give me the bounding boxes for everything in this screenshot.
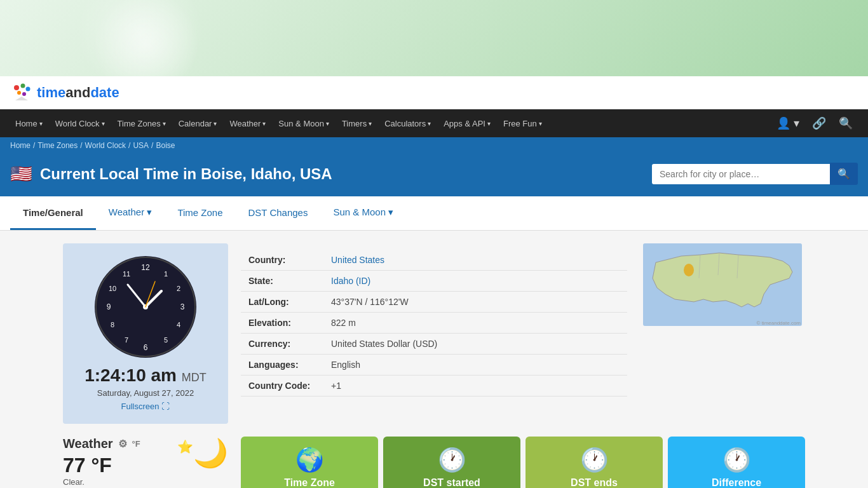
info-label: Elevation: — [241, 313, 323, 334]
fullscreen-link[interactable]: Fullscreen ⛶ — [121, 402, 170, 411]
page-title-area: 🇺🇸 Current Local Time in Boise, Idaho, U… — [10, 163, 332, 184]
usa-map: © timeanddate.com — [643, 243, 802, 326]
gear-icon[interactable]: ⚙ — [118, 438, 127, 450]
info-value: +1 — [323, 376, 627, 396]
clock-face: 12 3 6 9 1 2 4 5 7 8 10 11 — [95, 256, 196, 358]
tab-timezone[interactable]: Time Zone — [165, 196, 235, 230]
site-logo[interactable]: timeanddate — [10, 83, 119, 103]
info-label: Country: — [241, 250, 323, 271]
cards-row: 🌍 Time Zone MDT (Mountain Daylight Time)… — [241, 437, 805, 488]
svg-text:2: 2 — [177, 285, 180, 292]
nav-timers[interactable]: Timers ▾ — [337, 116, 377, 131]
card-timezone[interactable]: 🌍 Time Zone MDT (Mountain Daylight Time)… — [241, 437, 378, 488]
card-difference[interactable]: 🕐 Difference 1 hour ahead of Los Angeles — [668, 437, 805, 488]
share-icon[interactable]: 🔗 — [807, 114, 831, 133]
table-row: Country Code: +1 — [241, 376, 627, 396]
svg-text:5: 5 — [164, 336, 168, 344]
chevron-down-icon: ▾ — [369, 120, 372, 127]
table-row: Currency: United States Dollar (USD) — [241, 334, 627, 355]
search-bar: 🔍 — [652, 163, 858, 185]
weather-icon: ⭐ 🌙 — [177, 437, 228, 470]
chevron-down-icon: ▾ — [262, 120, 266, 127]
search-input[interactable] — [652, 164, 830, 184]
weather-title: Weather ⚙ °F — [63, 437, 140, 451]
clock-section: 12 3 6 9 1 2 4 5 7 8 10 11 — [63, 243, 228, 424]
info-label: Languages: — [241, 355, 323, 376]
svg-point-4 — [22, 92, 26, 96]
dst-end-icon: 🕐 — [580, 447, 609, 473]
svg-text:1: 1 — [164, 270, 168, 278]
info-value: English — [323, 355, 627, 376]
weather-section: Weather ⚙ °F 77 °F Clear. 87 / 64 °F ⭐ 🌙… — [63, 437, 228, 488]
country-link[interactable]: United States — [331, 255, 384, 265]
info-section: Country: United States State: Idaho (ID)… — [241, 243, 627, 424]
info-label: Currency: — [241, 334, 323, 355]
nav-calculators[interactable]: Calculators ▾ — [379, 116, 436, 131]
tab-weather[interactable]: Weather ▾ — [96, 196, 165, 230]
account-icon[interactable]: 👤 ▾ — [771, 114, 804, 133]
svg-text:12: 12 — [141, 263, 150, 272]
svg-text:7: 7 — [125, 336, 128, 344]
map-section: © timeanddate.com — [640, 243, 805, 424]
chevron-down-icon: ▾ — [214, 120, 217, 127]
svg-text:11: 11 — [123, 270, 130, 278]
chevron-down-icon: ▾ — [102, 120, 105, 127]
breadcrumb-timezones[interactable]: Time Zones — [37, 141, 78, 150]
svg-text:8: 8 — [111, 321, 114, 329]
clock-svg: 12 3 6 9 1 2 4 5 7 8 10 11 — [95, 256, 196, 358]
state-link[interactable]: Idaho (ID) — [331, 276, 370, 286]
main-content: 12 3 6 9 1 2 4 5 7 8 10 11 — [53, 231, 815, 488]
table-row: Country: United States — [241, 250, 627, 271]
breadcrumb-worldclock[interactable]: World Clock — [85, 141, 126, 150]
unit-label: °F — [132, 439, 140, 449]
breadcrumb-home[interactable]: Home — [10, 141, 31, 150]
tab-timegeneral[interactable]: Time/General — [10, 196, 96, 230]
info-value: United States — [323, 250, 627, 271]
svg-text:10: 10 — [109, 285, 116, 292]
dst-start-icon: 🕐 — [438, 447, 466, 473]
chevron-down-icon: ▾ — [326, 120, 329, 127]
card-title: DST ends — [571, 477, 618, 488]
nav-sunmoon[interactable]: Sun & Moon ▾ — [273, 116, 334, 131]
info-label: Country Code: — [241, 376, 323, 396]
nav-apps[interactable]: Apps & API ▾ — [438, 116, 496, 131]
table-row: Elevation: 822 m — [241, 313, 627, 334]
svg-point-2 — [26, 87, 31, 92]
page-title: Current Local Time in Boise, Idaho, USA — [40, 165, 332, 183]
chevron-down-icon: ▾ — [163, 120, 166, 127]
logo-icon — [10, 83, 33, 103]
breadcrumb-usa[interactable]: USA — [133, 141, 149, 150]
nav-worldclock[interactable]: World Clock ▾ — [50, 116, 110, 131]
info-table: Country: United States State: Idaho (ID)… — [241, 250, 627, 396]
nav-calendar[interactable]: Calendar ▾ — [173, 116, 222, 131]
chevron-down-icon: ▾ — [487, 120, 491, 127]
nav-timezones[interactable]: Time Zones ▾ — [112, 116, 171, 131]
page-header: 🇺🇸 Current Local Time in Boise, Idaho, U… — [0, 154, 868, 196]
country-flag: 🇺🇸 — [10, 163, 32, 184]
weather-desc: Clear. — [63, 477, 140, 487]
nav-weather[interactable]: Weather ▾ — [224, 116, 271, 131]
chevron-down-icon: ▾ — [39, 120, 43, 127]
clock-time: 1:24:10 am MDT — [85, 365, 207, 386]
breadcrumb-boise[interactable]: Boise — [156, 141, 175, 150]
table-row: Lat/Long: 43°37'N / 116°12'W — [241, 292, 627, 313]
search-button[interactable]: 🔍 — [830, 163, 858, 185]
svg-point-0 — [14, 85, 19, 90]
table-row: State: Idaho (ID) — [241, 271, 627, 292]
logo-text: timeanddate — [37, 85, 119, 101]
content-grid: 12 3 6 9 1 2 4 5 7 8 10 11 — [63, 243, 805, 424]
nav-freefun[interactable]: Free Fun ▾ — [498, 116, 547, 131]
decorative-header — [0, 0, 868, 76]
tab-dstchanges[interactable]: DST Changes — [236, 196, 321, 230]
card-dst-ends[interactable]: 🕐 DST ends Nov 6, 2022Back 1 hour — [526, 437, 663, 488]
difference-icon: 🕐 — [722, 447, 751, 473]
search-icon[interactable]: 🔍 — [834, 114, 858, 133]
nav-home[interactable]: Home ▾ — [10, 116, 48, 131]
svg-text:9: 9 — [107, 302, 111, 311]
card-title: DST started — [423, 477, 480, 488]
clock-date: Saturday, August 27, 2022 — [97, 388, 194, 398]
card-dst-started[interactable]: 🕐 DST started Mar 13, 2022Forward 1 hour — [383, 437, 520, 488]
tab-sunmoon[interactable]: Sun & Moon ▾ — [320, 196, 406, 230]
svg-marker-5 — [15, 97, 28, 100]
info-value: United States Dollar (USD) — [323, 334, 627, 355]
